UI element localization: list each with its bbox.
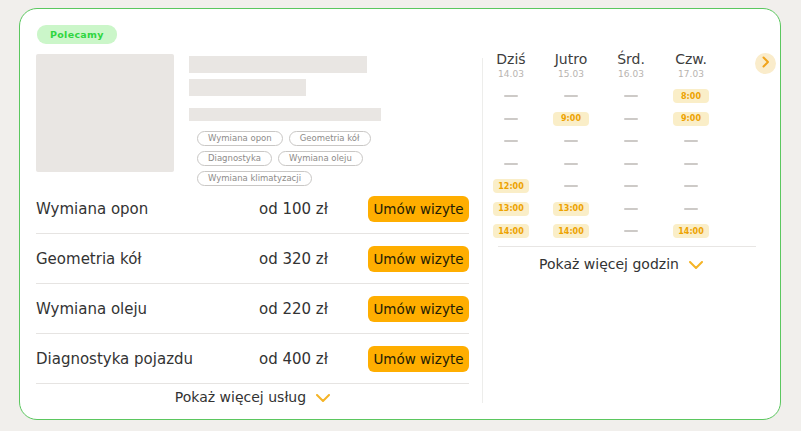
- empty-slot-dash: [504, 95, 518, 97]
- slot-cell: [541, 175, 601, 198]
- business-address-placeholder: [189, 108, 381, 121]
- slot-cell: [541, 130, 601, 153]
- service-list: Wymiana oponod 100 złUmów wizyteGeometri…: [36, 184, 469, 384]
- time-slot[interactable]: 14:00: [673, 224, 709, 238]
- service-name: Geometria kół: [36, 250, 233, 268]
- time-slot[interactable]: 9:00: [673, 112, 709, 126]
- day-slot-column: 8:009:0014:00: [661, 85, 721, 243]
- day-label: Dziś: [481, 51, 541, 67]
- slot-cell: [661, 198, 721, 221]
- book-visit-button[interactable]: Umów wizyte: [368, 296, 469, 322]
- day-headers: Dziś14.03Jutro15.03Śrd.16.03Czw.17.03: [481, 45, 781, 79]
- empty-slot-dash: [624, 185, 638, 187]
- day-column-header[interactable]: Dziś14.03: [481, 45, 541, 79]
- empty-slot-dash: [684, 208, 698, 210]
- day-date: 15.03: [541, 69, 601, 79]
- time-slot[interactable]: 13:00: [553, 202, 589, 216]
- empty-slot-dash: [684, 185, 698, 187]
- slot-cell: [481, 108, 541, 131]
- slot-cell: 8:00: [661, 85, 721, 108]
- service-row: Diagnostyka pojazduod 400 złUmów wizyte: [36, 334, 469, 384]
- service-tag: Diagnostyka: [197, 151, 272, 166]
- time-slot[interactable]: 14:00: [553, 224, 589, 238]
- service-row: Wymiana olejuod 220 złUmów wizyte: [36, 284, 469, 334]
- service-row: Wymiana oponod 100 złUmów wizyte: [36, 184, 469, 234]
- slot-cell: [601, 175, 661, 198]
- service-tag: Wymiana oleju: [278, 151, 363, 166]
- slot-cell: [601, 198, 661, 221]
- service-price: od 400 zł: [233, 350, 328, 368]
- service-name: Wymiana oleju: [36, 300, 233, 318]
- show-more-hours-link[interactable]: Pokaż więcej godzin: [481, 253, 761, 275]
- show-more-services-label: Pokaż więcej usług: [175, 389, 306, 405]
- empty-slot-dash: [504, 118, 518, 120]
- slot-cell: [601, 220, 661, 243]
- day-label: Czw.: [661, 51, 721, 67]
- service-tags: Wymiana oponGeometria kółDiagnostykaWymi…: [197, 131, 442, 186]
- service-price: od 220 zł: [233, 300, 328, 318]
- next-days-button[interactable]: [755, 53, 776, 74]
- book-visit-button[interactable]: Umów wizyte: [368, 246, 469, 272]
- empty-slot-dash: [684, 163, 698, 165]
- slot-cell: 14:00: [661, 220, 721, 243]
- day-date: 16.03: [601, 69, 661, 79]
- empty-slot-dash: [504, 140, 518, 142]
- day-date: 17.03: [661, 69, 721, 79]
- service-row: Geometria kółod 320 złUmów wizyte: [36, 234, 469, 284]
- empty-slot-dash: [624, 208, 638, 210]
- empty-slot-dash: [624, 95, 638, 97]
- day-date: 14.03: [481, 69, 541, 79]
- book-visit-button[interactable]: Umów wizyte: [368, 346, 469, 372]
- schedule-divider: [498, 246, 756, 247]
- day-column-header[interactable]: Śrd.16.03: [601, 45, 661, 79]
- slot-cell: [481, 85, 541, 108]
- business-title-placeholder: [189, 56, 367, 73]
- time-slot[interactable]: 8:00: [673, 89, 709, 103]
- availability-schedule: Dziś14.03Jutro15.03Śrd.16.03Czw.17.03 12…: [481, 45, 781, 79]
- slot-cell: 9:00: [661, 108, 721, 131]
- slot-cell: 13:00: [481, 198, 541, 221]
- time-slot[interactable]: 12:00: [493, 179, 529, 193]
- slot-cell: 12:00: [481, 175, 541, 198]
- day-slot-column: 12:0013:0014:00: [481, 85, 541, 243]
- slot-cell: [661, 153, 721, 176]
- empty-slot-dash: [564, 185, 578, 187]
- business-photo-placeholder: [36, 54, 174, 172]
- service-price: od 320 zł: [233, 250, 328, 268]
- day-slot-column: 9:0013:0014:00: [541, 85, 601, 243]
- chevron-down-icon: [689, 256, 703, 272]
- business-subtitle-placeholder: [189, 79, 306, 96]
- slot-cell: [601, 153, 661, 176]
- empty-slot-dash: [564, 140, 578, 142]
- day-column-header[interactable]: Czw.17.03: [661, 45, 721, 79]
- time-slot[interactable]: 14:00: [493, 224, 529, 238]
- slot-cell: [601, 130, 661, 153]
- recommended-badge: Polecamy: [37, 25, 117, 44]
- show-more-services-link[interactable]: Pokaż więcej usług: [36, 384, 469, 410]
- time-slot[interactable]: 13:00: [493, 202, 529, 216]
- service-tag: Geometria kół: [289, 131, 371, 146]
- day-label: Śrd.: [601, 51, 661, 67]
- day-column-header[interactable]: Jutro15.03: [541, 45, 601, 79]
- empty-slot-dash: [564, 163, 578, 165]
- slot-cell: 9:00: [541, 108, 601, 131]
- promoted-business-card: Polecamy Wymiana oponGeometria kółDiagno…: [19, 8, 781, 420]
- day-slot-column: [601, 85, 661, 243]
- empty-slot-dash: [624, 118, 638, 120]
- slot-cell: [481, 153, 541, 176]
- slot-cell: [601, 85, 661, 108]
- empty-slot-dash: [564, 95, 578, 97]
- time-slot[interactable]: 9:00: [553, 112, 589, 126]
- service-name: Wymiana opon: [36, 200, 233, 218]
- slot-cell: [541, 153, 601, 176]
- slot-cell: [481, 130, 541, 153]
- slot-cell: [541, 85, 601, 108]
- slot-cell: 13:00: [541, 198, 601, 221]
- service-tag: Wymiana opon: [197, 131, 283, 146]
- slot-cell: 14:00: [481, 220, 541, 243]
- empty-slot-dash: [684, 140, 698, 142]
- chevron-down-icon: [316, 389, 330, 405]
- book-visit-button[interactable]: Umów wizyte: [368, 196, 469, 222]
- service-name: Diagnostyka pojazdu: [36, 350, 233, 368]
- slot-cell: [661, 175, 721, 198]
